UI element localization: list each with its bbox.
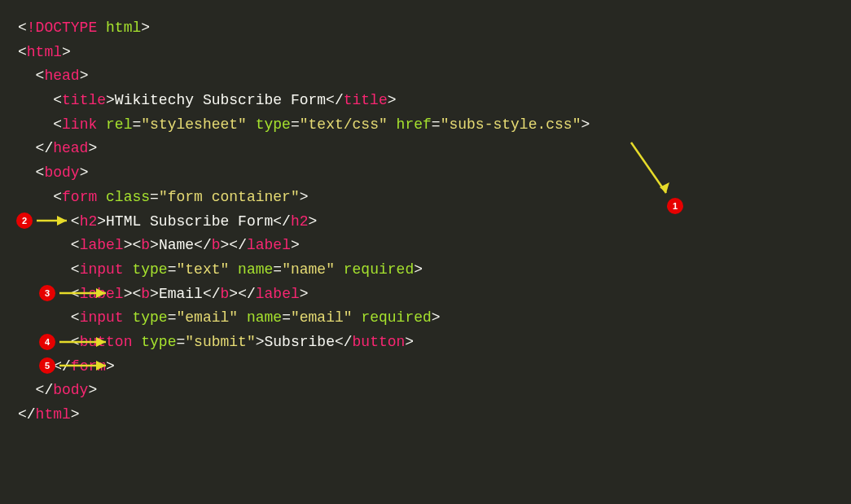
code-line: <h2>HTML Subscribe Form</h2> — [18, 210, 833, 234]
code-line: </body> — [18, 379, 833, 403]
code-line: <label><b>Email</b></label> — [18, 283, 833, 307]
code-line: <!DOCTYPE html> — [18, 16, 833, 41]
code-line: </html> — [18, 403, 833, 427]
code-line: <button type="submit">Subsribe</button> — [18, 331, 833, 355]
code-line: <label><b>Name</b></label> — [18, 234, 833, 258]
code-line: </head> — [18, 137, 833, 161]
code-line: </form> — [18, 355, 833, 379]
code-line: <form class="form container"> — [18, 186, 833, 210]
code-line: <body> — [18, 161, 833, 186]
code-line: <link rel="stylesheet" type="text/css" h… — [18, 113, 833, 138]
code-line: <input type="email" name="email" require… — [18, 306, 833, 331]
code-line: <head> — [18, 64, 833, 89]
code-line: <html> — [18, 41, 833, 65]
code-line: <input type="text" name="name" required> — [18, 258, 833, 283]
code-block: <!DOCTYPE html> <html> <head> <title>Wik… — [18, 16, 833, 427]
code-line: <title>Wikitechy Subscribe Form</title> — [18, 89, 833, 113]
